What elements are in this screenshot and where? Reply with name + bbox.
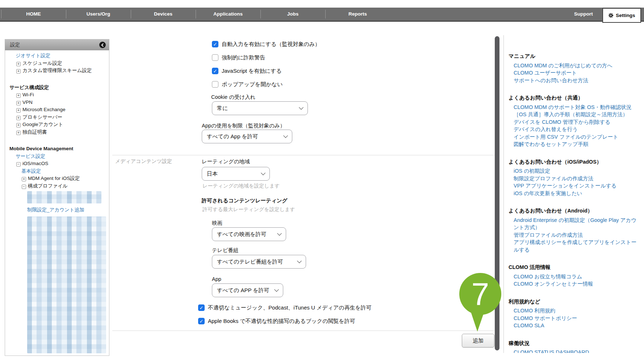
checkbox-row: 自動入力を有効にする（監視対象のみ） (212, 41, 320, 47)
sidebar-tree-item[interactable]: サービス構成設定 (5, 84, 109, 92)
sidebar-tree-label: サービス設定 (16, 153, 45, 159)
sidebar-tree-label: iOS/macOS (22, 161, 48, 166)
help-item: よくあるお問い合わせ（共通） (509, 94, 637, 102)
checkbox[interactable] (198, 304, 205, 311)
section-divider (112, 155, 494, 155)
tree-expand-icon[interactable]: − (22, 185, 26, 189)
content-rating-helper: 許可する最大レーティングを設定します (202, 206, 295, 213)
help-item[interactable]: CLOMO MDM のサポート対象 OS・動作確認状況 (509, 104, 637, 111)
sidebar-tree-label: Googleアカウント (22, 122, 63, 127)
help-item[interactable]: CLOMO お役立ち情報コラム (509, 273, 637, 281)
tree-expand-icon[interactable]: + (16, 131, 21, 135)
help-item[interactable]: アプリ構成ポリシーを作成してアプリをインストールする (509, 239, 637, 253)
help-item[interactable]: CLOMO SLA (509, 322, 637, 329)
tv-select[interactable]: すべてのテレビ番組を許可 (212, 255, 306, 269)
sidebar-tree-item[interactable]: 制限設定_アカウント追加 (5, 206, 109, 214)
checkbox[interactable] (198, 318, 205, 324)
nav-item-support[interactable]: Support (574, 8, 593, 21)
tree-expand-icon[interactable]: + (16, 108, 21, 113)
sidebar-tree-item[interactable]: +VPN (5, 99, 109, 106)
nav-item[interactable]: HOME (1, 8, 66, 21)
settings-tree: ジオサイト設定 +スケジュール設定 +カスタム管理権限スキーム設定 サービス構成… (5, 50, 109, 355)
chevron-down-icon (299, 105, 304, 110)
tv-value: すべてのテレビ番組を許可 (217, 258, 283, 265)
sidebar-tree-item[interactable]: +カスタム管理権限スキーム設定 (5, 67, 109, 75)
checkbox-label: 強制的に詐欺警告 (222, 54, 265, 61)
sidebar-tree-item[interactable]: +Googleアカウント (5, 121, 109, 129)
check-icon (200, 319, 204, 324)
rating-region-select[interactable]: 日本 (202, 167, 270, 181)
checkbox[interactable] (212, 81, 218, 88)
tree-expand-icon[interactable]: + (16, 62, 21, 66)
chevron-down-icon (274, 287, 279, 292)
help-item[interactable]: CLOMO ユーザーサポート (509, 69, 637, 77)
apps-select[interactable]: すべての APP を許可 (212, 283, 283, 297)
help-item[interactable]: サポートへのお問い合わせ方法 (509, 77, 637, 84)
tree-expand-icon[interactable]: + (16, 101, 21, 105)
collapse-sidebar-button[interactable] (99, 42, 106, 48)
settings-sidebar: 設定 ジオサイト設定 +スケジュール設定 +カスタム管理権限スキーム設定 (5, 39, 109, 356)
cookie-accept-select[interactable]: 常に (212, 101, 308, 115)
tree-expand-icon[interactable]: + (22, 177, 26, 181)
app-restrict-select[interactable]: すべての App を許可 (202, 130, 292, 143)
help-item[interactable]: VPP アプリケーションをインストールする (509, 182, 637, 190)
sidebar-tree-item[interactable]: −構成プロファイル (5, 182, 109, 190)
sidebar-tree-item[interactable]: −iOS/macOS (5, 160, 109, 168)
tree-expand-icon[interactable]: + (16, 123, 21, 127)
help-item[interactable]: iOS の初期設定 (509, 167, 637, 175)
sidebar-tree-label: サービス構成設定 (9, 85, 49, 90)
tree-expand-icon[interactable]: + (16, 116, 21, 120)
sidebar-tree-item[interactable]: 基本設定 (5, 168, 109, 175)
nav-item[interactable]: Users/Org (66, 8, 131, 21)
help-item[interactable]: 図解でわかるセットアップ手順 (509, 140, 637, 148)
tv-label: テレビ番組 (212, 247, 239, 254)
help-item[interactable]: CLOMO オンラインセミナー情報 (509, 280, 637, 288)
checkbox[interactable] (212, 41, 218, 47)
sidebar-tree-item[interactable]: +独自証明書 (5, 129, 109, 136)
movies-select[interactable]: すべての映画を許可 (212, 227, 286, 241)
chevron-down-icon (283, 133, 288, 138)
checkbox[interactable] (212, 54, 218, 61)
help-item: よくあるお問い合わせ（iOS/iPadOS） (509, 158, 637, 166)
sidebar-tree-item[interactable]: +Wi-Fi (5, 91, 109, 99)
bottom-divider (112, 331, 494, 331)
sidebar-tree-label: プロキシサーバー (22, 114, 62, 120)
nav-item[interactable]: Devices (131, 8, 196, 21)
app-restrict-value: すべての App を許可 (207, 133, 258, 140)
sidebar-tree-item (27, 216, 106, 353)
help-item[interactable]: CLOMO 利用規約 (509, 307, 637, 315)
check-icon (213, 42, 217, 47)
nav-item[interactable]: Applications (196, 8, 260, 21)
nav-item[interactable]: Reports (325, 8, 390, 21)
nav-item-label: Users/Org (87, 11, 110, 17)
help-item[interactable]: CLOMO STATUS DASHBOARD (509, 349, 637, 353)
checkbox[interactable] (212, 68, 218, 74)
sidebar-tree-label: ジオサイト設定 (16, 53, 50, 58)
help-item[interactable]: iOS の年次更新を実施したい (509, 190, 637, 197)
help-item[interactable]: CLOMO サポートポリシー (509, 315, 637, 322)
help-item[interactable]: デバイスを CLOMO 管理下から削除する (509, 118, 637, 126)
help-item[interactable]: CLOMO MDM のご利用がはじめての方へ (509, 62, 637, 70)
help-item[interactable]: 管理プロファイルの作成方法 (509, 231, 637, 239)
sidebar-tree-item[interactable]: +MDM Agent for iOS設定 (5, 175, 109, 182)
help-item[interactable]: Android Enterprise の初期設定（Google Play アカウ… (509, 216, 637, 231)
checkbox-row: 強制的に詐欺警告 (212, 54, 320, 61)
add-button[interactable]: 追加 (462, 334, 494, 348)
tree-expand-icon[interactable]: + (16, 69, 21, 73)
nav-item-label: Jobs (287, 11, 299, 17)
help-item[interactable]: ［OS 共通］導入の手順（初期設定～活用方法） (509, 111, 637, 118)
sidebar-tree-item[interactable]: ジオサイト設定 (5, 52, 109, 60)
help-item[interactable]: デバイスの入れ替えを行う (509, 126, 637, 133)
tree-expand-icon[interactable]: + (16, 93, 21, 98)
sidebar-tree-item[interactable]: +スケジュール設定 (5, 60, 109, 67)
sidebar-tree-item[interactable]: Mobile Device Management (5, 145, 109, 153)
help-item[interactable]: インポート用 CSV ファイルのテンプレート (509, 133, 637, 141)
help-item[interactable]: 制限設定プロファイルの作成方法 (509, 175, 637, 182)
tree-expand-icon[interactable]: − (16, 162, 21, 167)
sidebar-tree-item[interactable]: サービス設定 (5, 153, 109, 160)
sidebar-tree-item[interactable]: +Microsoft Exchange (5, 106, 109, 114)
checkbox-row: ポップアップを開かない (212, 81, 320, 88)
nav-item[interactable]: Jobs (260, 8, 325, 21)
tab-settings[interactable]: Settings (602, 8, 641, 23)
sidebar-tree-item[interactable]: +プロキシサーバー (5, 114, 109, 121)
